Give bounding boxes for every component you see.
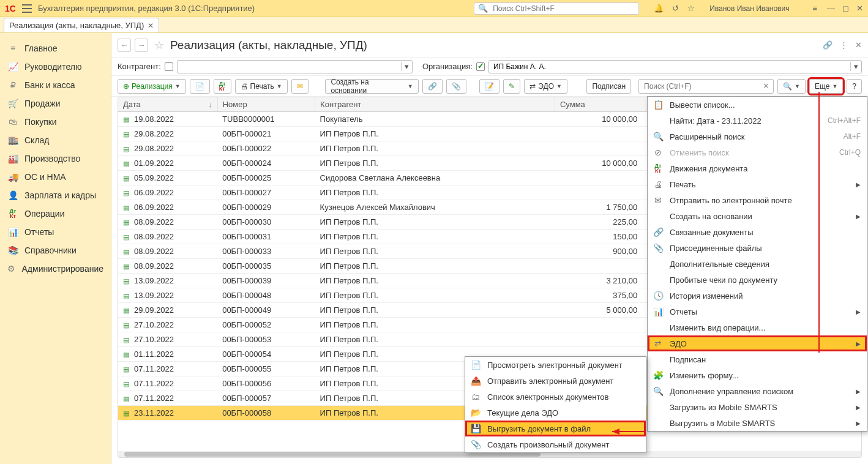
column-header[interactable]: Контрагент (315, 97, 555, 112)
sidebar-item-3[interactable]: 🛒Продажи (0, 94, 111, 113)
menu-item[interactable]: 📊Отчеты▶ (648, 304, 867, 320)
menu-item[interactable]: Найти: Дата - 23.11.2022Ctrl+Alt+F (648, 113, 867, 129)
maximize-button[interactable]: ◻ (842, 4, 849, 13)
menu-item[interactable]: Загрузить из Mobile SMARTS▶ (648, 399, 867, 415)
create-label: Реализация (132, 82, 173, 91)
column-header[interactable]: Дата ↓ (118, 97, 217, 112)
menu-item[interactable]: 🧩Изменить форму... (648, 367, 867, 383)
create-button[interactable]: ⊕ Реализация ▼ (118, 79, 186, 94)
sidebar-item-4[interactable]: 🛍Покупки (0, 113, 111, 131)
submenu-item[interactable]: 📎Создать произвольный документ (465, 436, 646, 452)
sidebar-item-1[interactable]: 📈Руководителю (0, 58, 111, 76)
filter1-checkbox[interactable] (165, 62, 173, 71)
chevron-down-icon[interactable]: ▾ (401, 62, 410, 71)
back-button[interactable]: ← (118, 39, 131, 52)
sidebar-item-2[interactable]: ₽Банк и касса (0, 76, 111, 94)
mail-button[interactable]: ✉ (291, 79, 309, 94)
submenu-item[interactable]: 📄Просмотреть электронный документ (465, 357, 646, 373)
pencil-icon: ✎ (509, 82, 515, 91)
submenu-item[interactable]: 🗂Список электронных документов (465, 389, 646, 405)
attach-button[interactable]: 📎 (446, 79, 466, 94)
more-button[interactable]: Еще ▼ (809, 79, 843, 94)
chevron-right-icon: ▶ (856, 420, 861, 427)
filter2-input[interactable] (492, 62, 850, 71)
nav-icon: ₽ (7, 80, 18, 90)
menu-item[interactable]: 📋Вывести список... (648, 97, 867, 113)
print-button[interactable]: 🖨 Печать ▼ (235, 79, 288, 94)
column-header[interactable]: Сумма (555, 97, 646, 112)
menu-item[interactable]: Пробитые чеки по документу (648, 272, 867, 288)
column-header[interactable]: Номер (217, 97, 315, 112)
menu-item[interactable]: Изменить вид операции... (648, 320, 867, 335)
submenu-item[interactable]: 📤Отправить электронный документ (465, 373, 646, 389)
copy-button[interactable]: 📄 (190, 79, 210, 94)
bell-icon[interactable]: 🔔 (654, 4, 664, 13)
approve-button[interactable]: ✎ (503, 79, 520, 94)
sign-button[interactable]: 📝 (479, 79, 499, 94)
help-button[interactable]: ? (847, 79, 862, 94)
sidebar-item-6[interactable]: 🏭Производство (0, 149, 111, 168)
menu-item[interactable]: 🕓История изменений (648, 288, 867, 304)
chevron-down-icon: ▼ (832, 83, 837, 89)
filter1-input[interactable] (180, 62, 401, 71)
sidebar-item-10[interactable]: 📊Отчеты (0, 223, 111, 241)
menu-item[interactable]: Подписан (648, 351, 867, 367)
menu-item[interactable]: Создать на основании▶ (648, 208, 867, 224)
chevron-right-icon: ▶ (856, 213, 861, 220)
submenu-item[interactable]: 💾Выгрузить документ в файл (465, 421, 646, 436)
global-search-input[interactable] (492, 4, 635, 13)
dtkt-button[interactable]: ДтКт (214, 79, 231, 94)
menu-shortcut: Ctrl+Alt+F (828, 116, 861, 125)
filter2-checkbox[interactable] (476, 62, 485, 71)
edo-button[interactable]: ⇄ ЭДО ▼ (524, 79, 567, 94)
toolbar-search[interactable]: ✕ (638, 79, 774, 94)
menu-label: Изменить форму... (670, 371, 861, 380)
link-icon[interactable]: 🔗 (823, 40, 832, 50)
tab-close-icon[interactable]: ✕ (148, 21, 154, 30)
based-label: Создать на основании (331, 78, 405, 95)
forward-button[interactable]: → (135, 39, 148, 52)
menu-item[interactable]: ✉Отправить по электронной почте (648, 192, 867, 208)
menu-item[interactable]: 🔍Дополнение управление поиском▶ (648, 383, 867, 399)
related-button[interactable]: 🔗 (422, 79, 443, 94)
sidebar-item-7[interactable]: 🚚ОС и НМА (0, 168, 111, 186)
submenu-item[interactable]: 📂Текущие дела ЭДО (465, 405, 646, 421)
hamburger-icon[interactable] (22, 4, 32, 13)
menu-item[interactable]: Выгрузить в Mobile SMARTS▶ (648, 415, 867, 431)
create-based-button[interactable]: Создать на основании ▼ (325, 79, 418, 94)
filter1-combo[interactable]: ▾ (177, 60, 413, 73)
close-page-button[interactable]: ✕ (855, 40, 862, 50)
tab-current[interactable]: Реализация (акты, накладные, УПД) ✕ (4, 18, 159, 32)
filter2-combo[interactable]: ▾ (488, 60, 862, 73)
sidebar-item-12[interactable]: ⚙Администрирование (0, 260, 111, 278)
minimize-button[interactable]: — (827, 4, 835, 13)
sidebar-item-5[interactable]: 🏬Склад (0, 131, 111, 149)
global-search[interactable]: 🔍 (474, 2, 639, 15)
clear-search-icon[interactable]: ✕ (763, 81, 769, 91)
sidebar-item-11[interactable]: 📚Справочники (0, 241, 111, 260)
search-dropdown-button[interactable]: 🔍▼ (777, 79, 806, 94)
sidebar-item-8[interactable]: 👤Зарплата и кадры (0, 186, 111, 204)
menu-item[interactable]: 🖨Печать▶ (648, 176, 867, 192)
toolbar-search-input[interactable] (643, 81, 760, 91)
menu-item[interactable]: 🔍Расширенный поискAlt+F (648, 129, 867, 144)
doc-icon: ▤ (123, 336, 132, 344)
close-window-button[interactable]: ✕ (856, 4, 863, 13)
signed-button[interactable]: Подписан (586, 79, 631, 94)
history-icon[interactable]: ↺ (672, 4, 679, 13)
menu-item[interactable]: 🔗Связанные документы (648, 224, 867, 240)
favorite-icon[interactable]: ☆ (154, 39, 164, 52)
more-icon[interactable]: ⋮ (840, 40, 848, 50)
chevron-down-icon[interactable]: ▾ (850, 62, 859, 71)
sidebar-item-9[interactable]: ДтКтОперации (0, 204, 111, 223)
sidebar-item-0[interactable]: ≡Главное (0, 39, 111, 58)
user-name[interactable]: Иванов Иван Иванович (709, 4, 789, 13)
menu-item[interactable]: Дополнительные сведения (648, 256, 867, 272)
menu-label: Печать (670, 180, 841, 189)
menu-item[interactable]: ДтКтДвижения документа (648, 160, 867, 176)
menu-item[interactable]: 📎Присоединенные файлы (648, 240, 867, 256)
menu-item[interactable]: ⇄ЭДО▶ (648, 335, 867, 351)
menu-icon[interactable]: ≡ (812, 4, 817, 13)
star-icon[interactable]: ☆ (687, 4, 695, 13)
menu-label: Пробитые чеки по документу (670, 275, 861, 285)
